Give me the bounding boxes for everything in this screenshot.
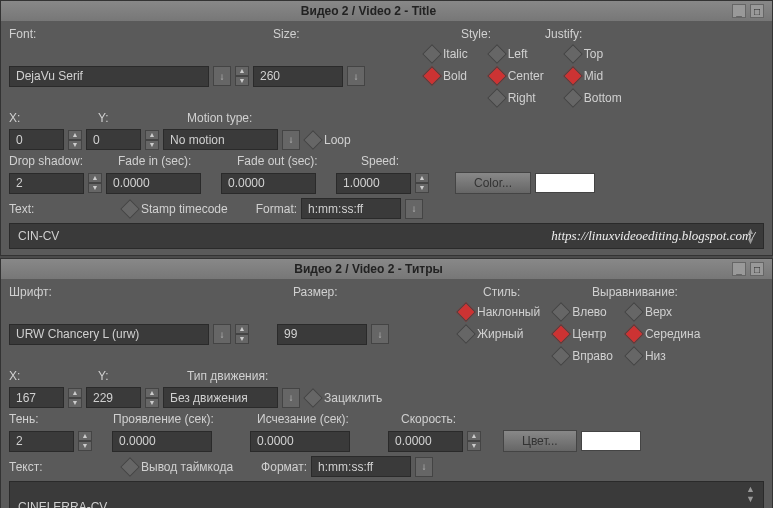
size-input[interactable] bbox=[277, 324, 367, 345]
fadein-input[interactable] bbox=[106, 173, 201, 194]
shadow-down-icon[interactable]: ▼ bbox=[78, 441, 92, 451]
y-input[interactable] bbox=[86, 129, 141, 150]
speed-up-icon[interactable]: ▲ bbox=[415, 173, 429, 183]
y-down-icon[interactable]: ▼ bbox=[145, 140, 159, 150]
shadow-input[interactable] bbox=[9, 173, 84, 194]
format-input[interactable] bbox=[311, 456, 411, 477]
x-label: X: bbox=[9, 111, 20, 125]
font-dropdown-icon[interactable]: ↓ bbox=[213, 66, 231, 86]
y-up-icon[interactable]: ▲ bbox=[145, 388, 159, 398]
style-italic[interactable]: Наклонный bbox=[457, 303, 540, 321]
style-bold[interactable]: Bold bbox=[423, 67, 468, 85]
x-label: X: bbox=[9, 369, 20, 383]
size-label: Размер: bbox=[293, 285, 415, 299]
speed-down-icon[interactable]: ▼ bbox=[467, 441, 481, 451]
font-input[interactable] bbox=[9, 66, 209, 87]
scroll-icon[interactable]: ▲▼ bbox=[746, 226, 755, 246]
justify-top[interactable]: Top bbox=[564, 45, 622, 63]
font-down-icon[interactable]: ▼ bbox=[235, 334, 249, 344]
shadow-down-icon[interactable]: ▼ bbox=[88, 183, 102, 193]
loop-checkbox[interactable]: Зациклить bbox=[304, 389, 382, 407]
shadow-input[interactable] bbox=[9, 431, 74, 452]
fadein-input[interactable] bbox=[112, 431, 212, 452]
justify-bottom[interactable]: Bottom bbox=[564, 89, 622, 107]
font-up-icon[interactable]: ▲ bbox=[235, 66, 249, 76]
format-label: Format: bbox=[256, 202, 297, 216]
justify-left[interactable]: Left bbox=[488, 45, 544, 63]
x-input[interactable] bbox=[9, 129, 64, 150]
size-dropdown-icon[interactable]: ↓ bbox=[347, 66, 365, 86]
justify-mid[interactable]: Середина bbox=[625, 325, 700, 343]
size-dropdown-icon[interactable]: ↓ bbox=[371, 324, 389, 344]
fadeout-label: Fade out (sec): bbox=[237, 154, 318, 168]
motion-input[interactable] bbox=[163, 129, 278, 150]
format-dropdown-icon[interactable]: ↓ bbox=[405, 199, 423, 219]
x-down-icon[interactable]: ▼ bbox=[68, 140, 82, 150]
titlebar[interactable]: Видео 2 / Video 2 - Title _ □ bbox=[1, 1, 772, 21]
font-label: Шрифт: bbox=[9, 285, 289, 299]
format-input[interactable] bbox=[301, 198, 401, 219]
fadeout-input[interactable] bbox=[250, 431, 350, 452]
y-down-icon[interactable]: ▼ bbox=[145, 398, 159, 408]
y-label: Y: bbox=[98, 111, 109, 125]
style-label: Style: bbox=[461, 27, 541, 41]
minimize-button[interactable]: _ bbox=[732, 262, 746, 276]
speed-input[interactable] bbox=[336, 173, 411, 194]
window-title-en: Видео 2 / Video 2 - Title _ □ Font: Size… bbox=[0, 0, 773, 256]
fadeout-label: Исчезание (сек): bbox=[257, 412, 349, 426]
justify-right[interactable]: Вправо bbox=[552, 347, 613, 365]
text-content: CINELERRA-CV. WIKIDOT.COM bbox=[18, 500, 110, 508]
font-input[interactable] bbox=[9, 324, 209, 345]
font-label: Font: bbox=[9, 27, 269, 41]
maximize-button[interactable]: □ bbox=[750, 4, 764, 18]
stamp-checkbox[interactable]: Stamp timecode bbox=[121, 200, 228, 218]
minimize-button[interactable]: _ bbox=[732, 4, 746, 18]
motion-dropdown-icon[interactable]: ↓ bbox=[282, 388, 300, 408]
loop-checkbox[interactable]: Loop bbox=[304, 131, 351, 149]
motion-label: Motion type: bbox=[187, 111, 252, 125]
color-button[interactable]: Цвет... bbox=[503, 430, 577, 452]
x-down-icon[interactable]: ▼ bbox=[68, 398, 82, 408]
scroll-icon[interactable]: ▲▼ bbox=[746, 484, 755, 504]
size-label: Size: bbox=[273, 27, 383, 41]
style-bold[interactable]: Жирный bbox=[457, 325, 540, 343]
url-overlay: https://linuxvideoediting.blogspot.com/ bbox=[551, 228, 755, 244]
stamp-checkbox[interactable]: Вывод таймкода bbox=[121, 458, 233, 476]
justify-center[interactable]: Center bbox=[488, 67, 544, 85]
format-dropdown-icon[interactable]: ↓ bbox=[415, 457, 433, 477]
titlebar[interactable]: Видео 2 / Video 2 - Титры _ □ bbox=[1, 259, 772, 279]
justify-right[interactable]: Right bbox=[488, 89, 544, 107]
justify-left[interactable]: Влево bbox=[552, 303, 613, 321]
justify-mid[interactable]: Mid bbox=[564, 67, 622, 85]
style-italic[interactable]: Italic bbox=[423, 45, 468, 63]
justify-top[interactable]: Верх bbox=[625, 303, 700, 321]
font-up-icon[interactable]: ▲ bbox=[235, 324, 249, 334]
y-up-icon[interactable]: ▲ bbox=[145, 130, 159, 140]
text-content: CIN-CV bbox=[18, 229, 59, 243]
motion-dropdown-icon[interactable]: ↓ bbox=[282, 130, 300, 150]
x-input[interactable] bbox=[9, 387, 64, 408]
shadow-up-icon[interactable]: ▲ bbox=[88, 173, 102, 183]
x-up-icon[interactable]: ▲ bbox=[68, 130, 82, 140]
text-area[interactable]: CIN-CV https://linuxvideoediting.blogspo… bbox=[9, 223, 764, 249]
fadeout-input[interactable] bbox=[221, 173, 316, 194]
speed-input[interactable] bbox=[388, 431, 463, 452]
color-swatch bbox=[535, 173, 595, 193]
y-input[interactable] bbox=[86, 387, 141, 408]
speed-down-icon[interactable]: ▼ bbox=[415, 183, 429, 193]
text-area[interactable]: CINELERRA-CV. WIKIDOT.COM ▲▼ bbox=[9, 481, 764, 508]
speed-label: Скорость: bbox=[401, 412, 456, 426]
color-swatch bbox=[581, 431, 641, 451]
motion-input[interactable] bbox=[163, 387, 278, 408]
size-input[interactable] bbox=[253, 66, 343, 87]
maximize-button[interactable]: □ bbox=[750, 262, 764, 276]
color-button[interactable]: Color... bbox=[455, 172, 531, 194]
justify-center[interactable]: Центр bbox=[552, 325, 613, 343]
x-up-icon[interactable]: ▲ bbox=[68, 388, 82, 398]
justify-bottom[interactable]: Низ bbox=[625, 347, 700, 365]
window-title: Видео 2 / Video 2 - Титры bbox=[9, 262, 728, 276]
font-down-icon[interactable]: ▼ bbox=[235, 76, 249, 86]
shadow-up-icon[interactable]: ▲ bbox=[78, 431, 92, 441]
speed-up-icon[interactable]: ▲ bbox=[467, 431, 481, 441]
font-dropdown-icon[interactable]: ↓ bbox=[213, 324, 231, 344]
